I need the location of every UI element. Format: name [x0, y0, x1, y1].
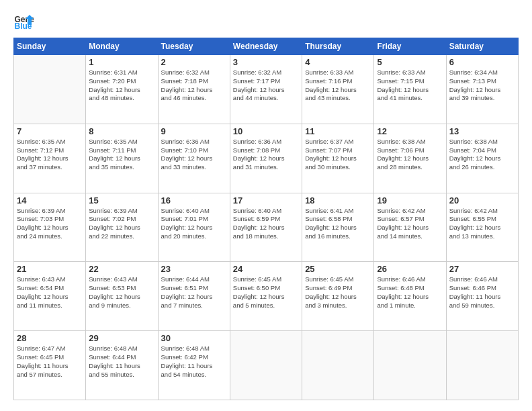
day-info: Sunrise: 6:47 AM Sunset: 6:45 PM Dayligh…	[17, 345, 83, 379]
day-number: 14	[17, 195, 83, 205]
calendar-cell: 19Sunrise: 6:42 AM Sunset: 6:57 PM Dayli…	[374, 193, 446, 262]
day-info: Sunrise: 6:31 AM Sunset: 7:20 PM Dayligh…	[89, 68, 154, 103]
calendar-cell: 30Sunrise: 6:48 AM Sunset: 6:42 PM Dayli…	[158, 331, 230, 400]
day-info: Sunrise: 6:42 AM Sunset: 6:55 PM Dayligh…	[449, 207, 515, 241]
day-info: Sunrise: 6:35 AM Sunset: 7:11 PM Dayligh…	[89, 138, 154, 172]
calendar-cell: 5Sunrise: 6:33 AM Sunset: 7:15 PM Daylig…	[374, 55, 446, 124]
day-number: 13	[449, 126, 515, 136]
calendar-cell: 8Sunrise: 6:35 AM Sunset: 7:11 PM Daylig…	[86, 124, 158, 193]
day-info: Sunrise: 6:42 AM Sunset: 6:57 PM Dayligh…	[377, 207, 443, 241]
calendar-cell: 25Sunrise: 6:45 AM Sunset: 6:49 PM Dayli…	[302, 262, 374, 331]
calendar-cell: 18Sunrise: 6:41 AM Sunset: 6:58 PM Dayli…	[302, 193, 374, 262]
header: General Blue	[13, 11, 519, 31]
day-info: Sunrise: 6:41 AM Sunset: 6:58 PM Dayligh…	[305, 207, 371, 241]
calendar-cell: 22Sunrise: 6:43 AM Sunset: 6:53 PM Dayli…	[86, 262, 158, 331]
weekday-header-monday: Monday	[86, 38, 158, 55]
weekday-header-row: SundayMondayTuesdayWednesdayThursdayFrid…	[14, 38, 519, 55]
calendar-week-row: 7Sunrise: 6:35 AM Sunset: 7:12 PM Daylig…	[14, 124, 519, 193]
weekday-header-wednesday: Wednesday	[230, 38, 302, 55]
day-info: Sunrise: 6:44 AM Sunset: 6:51 PM Dayligh…	[161, 275, 227, 310]
calendar-cell: 14Sunrise: 6:39 AM Sunset: 7:03 PM Dayli…	[14, 193, 86, 262]
day-number: 4	[305, 57, 371, 67]
day-info: Sunrise: 6:48 AM Sunset: 6:42 PM Dayligh…	[161, 345, 227, 379]
calendar-cell: 12Sunrise: 6:38 AM Sunset: 7:06 PM Dayli…	[374, 124, 446, 193]
day-info: Sunrise: 6:40 AM Sunset: 7:01 PM Dayligh…	[161, 207, 227, 241]
calendar-cell: 28Sunrise: 6:47 AM Sunset: 6:45 PM Dayli…	[14, 331, 86, 400]
calendar-cell: 3Sunrise: 6:32 AM Sunset: 7:17 PM Daylig…	[230, 55, 302, 124]
day-number: 19	[377, 195, 443, 205]
day-number: 1	[89, 57, 154, 67]
weekday-header-tuesday: Tuesday	[158, 38, 230, 55]
day-number: 18	[305, 195, 371, 205]
calendar-cell: 10Sunrise: 6:36 AM Sunset: 7:08 PM Dayli…	[230, 124, 302, 193]
calendar-week-row: 1Sunrise: 6:31 AM Sunset: 7:20 PM Daylig…	[14, 55, 519, 124]
logo-icon: General Blue	[13, 11, 34, 31]
calendar-table: SundayMondayTuesdayWednesdayThursdayFrid…	[13, 38, 519, 400]
day-info: Sunrise: 6:35 AM Sunset: 7:12 PM Dayligh…	[17, 138, 83, 172]
calendar-week-row: 28Sunrise: 6:47 AM Sunset: 6:45 PM Dayli…	[14, 331, 519, 400]
day-info: Sunrise: 6:33 AM Sunset: 7:16 PM Dayligh…	[305, 68, 371, 103]
calendar-cell: 1Sunrise: 6:31 AM Sunset: 7:20 PM Daylig…	[86, 55, 158, 124]
day-number: 17	[233, 195, 299, 205]
day-number: 25	[305, 264, 371, 274]
logo: General Blue	[13, 11, 36, 31]
calendar-cell: 4Sunrise: 6:33 AM Sunset: 7:16 PM Daylig…	[302, 55, 374, 124]
day-number: 16	[161, 195, 227, 205]
calendar-cell	[446, 331, 518, 400]
day-info: Sunrise: 6:36 AM Sunset: 7:10 PM Dayligh…	[161, 138, 227, 172]
day-number: 5	[377, 57, 443, 67]
calendar-cell	[302, 331, 374, 400]
day-info: Sunrise: 6:46 AM Sunset: 6:48 PM Dayligh…	[377, 275, 443, 310]
calendar-cell: 6Sunrise: 6:34 AM Sunset: 7:13 PM Daylig…	[446, 55, 518, 124]
day-info: Sunrise: 6:45 AM Sunset: 6:50 PM Dayligh…	[233, 275, 299, 310]
day-number: 2	[161, 57, 227, 67]
page: General Blue SundayMondayTuesdayWednesda…	[0, 0, 532, 411]
calendar-cell: 24Sunrise: 6:45 AM Sunset: 6:50 PM Dayli…	[230, 262, 302, 331]
calendar-cell: 9Sunrise: 6:36 AM Sunset: 7:10 PM Daylig…	[158, 124, 230, 193]
day-info: Sunrise: 6:46 AM Sunset: 6:46 PM Dayligh…	[449, 275, 515, 310]
calendar-cell: 15Sunrise: 6:39 AM Sunset: 7:02 PM Dayli…	[86, 193, 158, 262]
calendar-cell: 27Sunrise: 6:46 AM Sunset: 6:46 PM Dayli…	[446, 262, 518, 331]
day-number: 27	[449, 264, 515, 274]
day-number: 7	[17, 126, 83, 136]
day-info: Sunrise: 6:32 AM Sunset: 7:17 PM Dayligh…	[233, 68, 299, 103]
day-info: Sunrise: 6:40 AM Sunset: 6:59 PM Dayligh…	[233, 207, 299, 241]
calendar-cell: 7Sunrise: 6:35 AM Sunset: 7:12 PM Daylig…	[14, 124, 86, 193]
day-number: 12	[377, 126, 443, 136]
calendar-week-row: 14Sunrise: 6:39 AM Sunset: 7:03 PM Dayli…	[14, 193, 519, 262]
weekday-header-saturday: Saturday	[446, 38, 518, 55]
day-number: 28	[17, 333, 83, 343]
weekday-header-sunday: Sunday	[14, 38, 86, 55]
calendar-cell	[374, 331, 446, 400]
day-number: 22	[89, 264, 154, 274]
calendar-cell: 29Sunrise: 6:48 AM Sunset: 6:44 PM Dayli…	[86, 331, 158, 400]
day-number: 11	[305, 126, 371, 136]
weekday-header-thursday: Thursday	[302, 38, 374, 55]
day-info: Sunrise: 6:32 AM Sunset: 7:18 PM Dayligh…	[161, 68, 227, 103]
day-number: 15	[89, 195, 154, 205]
day-info: Sunrise: 6:34 AM Sunset: 7:13 PM Dayligh…	[449, 68, 515, 103]
calendar-cell	[14, 55, 86, 124]
calendar-cell	[230, 331, 302, 400]
day-number: 8	[89, 126, 154, 136]
day-info: Sunrise: 6:45 AM Sunset: 6:49 PM Dayligh…	[305, 275, 371, 310]
day-number: 26	[377, 264, 443, 274]
day-number: 30	[161, 333, 227, 343]
day-number: 3	[233, 57, 299, 67]
day-info: Sunrise: 6:36 AM Sunset: 7:08 PM Dayligh…	[233, 138, 299, 172]
day-number: 24	[233, 264, 299, 274]
day-number: 29	[89, 333, 154, 343]
day-number: 23	[161, 264, 227, 274]
day-info: Sunrise: 6:43 AM Sunset: 6:54 PM Dayligh…	[17, 275, 83, 310]
day-number: 6	[449, 57, 515, 67]
day-info: Sunrise: 6:33 AM Sunset: 7:15 PM Dayligh…	[377, 68, 443, 103]
calendar-cell: 13Sunrise: 6:38 AM Sunset: 7:04 PM Dayli…	[446, 124, 518, 193]
day-number: 20	[449, 195, 515, 205]
day-number: 10	[233, 126, 299, 136]
day-info: Sunrise: 6:37 AM Sunset: 7:07 PM Dayligh…	[305, 138, 371, 172]
day-info: Sunrise: 6:39 AM Sunset: 7:03 PM Dayligh…	[17, 207, 83, 241]
calendar-cell: 11Sunrise: 6:37 AM Sunset: 7:07 PM Dayli…	[302, 124, 374, 193]
calendar-cell: 21Sunrise: 6:43 AM Sunset: 6:54 PM Dayli…	[14, 262, 86, 331]
calendar-cell: 23Sunrise: 6:44 AM Sunset: 6:51 PM Dayli…	[158, 262, 230, 331]
day-number: 21	[17, 264, 83, 274]
